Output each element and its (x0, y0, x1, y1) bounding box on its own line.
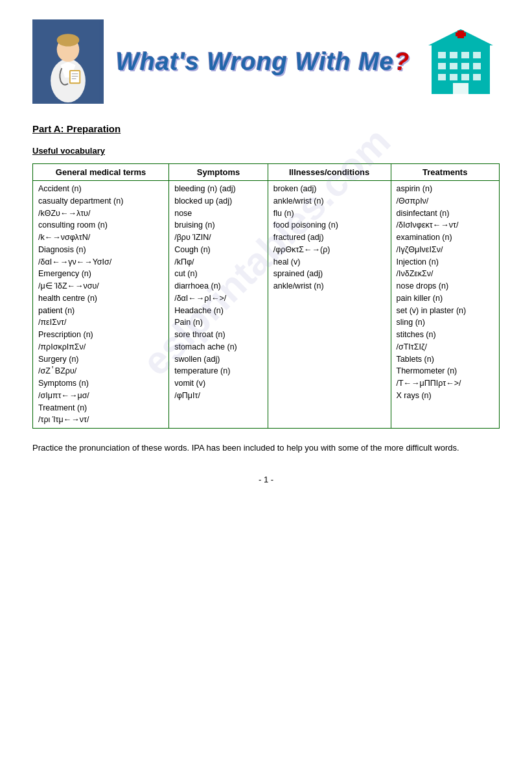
svg-rect-13 (450, 52, 457, 58)
general-terms-col: Accident (n) casualty department (n) /kΘ… (33, 181, 169, 429)
hospital-illustration (422, 26, 500, 97)
title-main: What's Wrong With Me (116, 48, 394, 75)
svg-rect-22 (461, 74, 469, 80)
svg-rect-26 (457, 30, 464, 38)
footer-note: Practice the pronunciation of these word… (32, 442, 500, 455)
svg-rect-12 (438, 52, 446, 58)
useful-vocab-heading: Useful vocabulary (32, 146, 500, 156)
title-question-mark: ? (394, 48, 410, 75)
svg-rect-14 (461, 52, 469, 58)
doctor-illustration (32, 19, 104, 104)
page-title: What's Wrong With Me? (104, 48, 422, 76)
table-row: Accident (n) casualty department (n) /kΘ… (33, 181, 500, 429)
svg-rect-21 (450, 74, 457, 80)
col-header-treatments: Treatments (391, 164, 500, 181)
svg-rect-16 (438, 63, 446, 69)
col-header-symptoms: Symptoms (169, 164, 268, 181)
symptoms-col: bleeding (n) (adj) blocked up (adj) nose… (169, 181, 268, 429)
part-a-heading: Part A: Preparation (32, 123, 500, 134)
illnesses-col: broken (adj) ankle/wrist (n) flu (n) foo… (268, 181, 391, 429)
vocabulary-table: General medical terms Symptoms Illnesses… (32, 163, 500, 429)
svg-rect-23 (473, 74, 481, 80)
title-text: What's Wrong With Me? (104, 48, 422, 76)
col-header-illnesses: Illnesses/conditions (268, 164, 391, 181)
svg-rect-15 (473, 52, 481, 58)
svg-rect-6 (71, 71, 79, 82)
svg-rect-20 (438, 74, 446, 80)
svg-rect-24 (453, 83, 468, 94)
svg-rect-17 (450, 63, 457, 69)
col-header-general: General medical terms (33, 164, 169, 181)
treatments-col: aspirin (n) /ΘσπρΙν/ disinfectant (n) /δ… (391, 181, 500, 429)
page-header: What's Wrong With Me? (32, 19, 500, 104)
svg-rect-19 (473, 63, 481, 69)
svg-point-3 (57, 34, 80, 46)
page-number: - 1 - (32, 475, 500, 484)
svg-rect-18 (461, 63, 469, 69)
